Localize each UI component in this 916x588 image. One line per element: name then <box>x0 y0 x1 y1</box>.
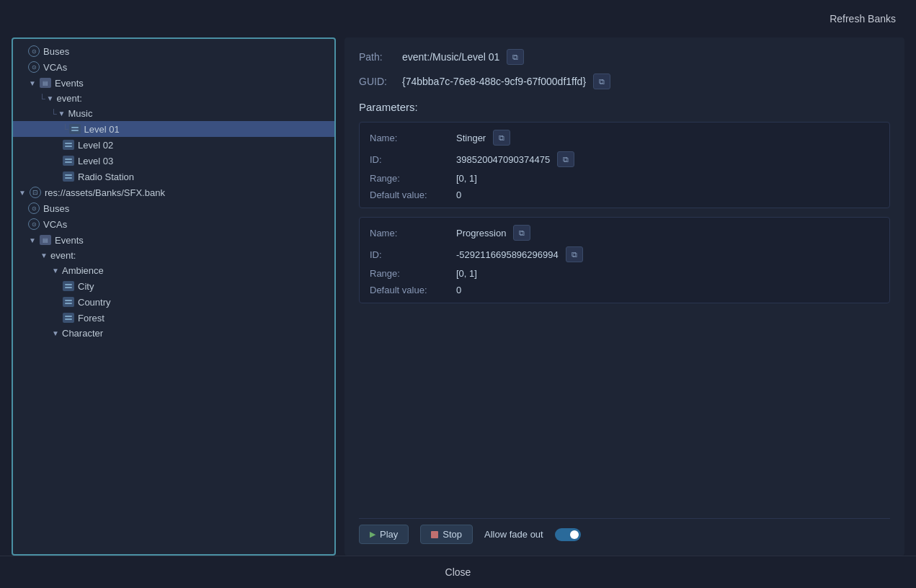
tree-label: Events <box>55 78 84 89</box>
params-title: Parameters: <box>359 101 890 113</box>
sound-icon <box>62 171 75 182</box>
path-row: Path: event:/Music/Level 01 ⧉ <box>359 49 890 65</box>
play-button[interactable]: ▶ Play <box>359 525 409 544</box>
copy-guid-button[interactable]: ⧉ <box>593 74 610 89</box>
toggle-icon: ▼ <box>17 187 27 197</box>
copy-name-1-button[interactable]: ⧉ <box>493 130 510 146</box>
stop-button[interactable]: Stop <box>420 525 473 544</box>
guid-value: {74bbba7c-76e8-488c-9cf9-67f000df1ffd} <box>402 76 586 87</box>
tree-label: Events <box>55 235 84 246</box>
sound-icon <box>62 280 75 292</box>
tree-label: Forest <box>78 313 105 324</box>
param-default-value-1: 0 <box>456 190 461 200</box>
tree-item-level03[interactable]: Level 03 <box>13 153 334 169</box>
param-name-label-2: Name: <box>370 228 449 239</box>
tree-item-vcas-1[interactable]: ⊙ VCAs <box>13 59 334 75</box>
fade-toggle[interactable] <box>555 528 581 541</box>
tree-item-sfx-bank[interactable]: ▼ ⊡ res://assets/Banks/SFX.bank <box>13 184 334 200</box>
param-id-row-2: ID: -5292116695896296994 ⧉ <box>370 246 879 262</box>
param-id-label-1: ID: <box>370 154 449 165</box>
tree-label: Buses <box>43 203 69 214</box>
tree-item-music[interactable]: └ ▼ Music <box>13 106 334 121</box>
sound-icon <box>62 139 75 151</box>
bus-icon: ⊙ <box>27 202 40 214</box>
tree-label: City <box>78 281 94 292</box>
tree-label: Level 01 <box>84 124 120 135</box>
main-content: ⊙ Buses ⊙ VCAs ▼ ▤ Events └ ▼ event: └ <box>0 37 916 556</box>
play-icon: ▶ <box>370 530 375 539</box>
param-id-value-1: 398520047090374475 <box>456 154 550 165</box>
copy-id-1-button[interactable]: ⧉ <box>557 151 574 167</box>
toggle-icon: ▼ <box>27 235 37 245</box>
param-default-label-2: Default value: <box>370 285 449 295</box>
tree-label: Ambience <box>62 265 104 276</box>
bottom-controls: ▶ Play Stop Allow fade out <box>359 518 890 544</box>
tree-label: event: <box>57 93 82 104</box>
vca-icon: ⊙ <box>27 218 40 230</box>
param-id-value-2: -5292116695896296994 <box>456 249 559 260</box>
param-name-value-1: Stinger <box>456 133 486 143</box>
toggle-icon: ▼ <box>50 329 61 339</box>
param-range-row-2: Range: [0, 1] <box>370 268 879 279</box>
tree-item-events-2[interactable]: ▼ ▤ Events <box>13 232 334 248</box>
param-range-row-1: Range: [0, 1] <box>370 173 879 184</box>
param-id-label-2: ID: <box>370 249 449 260</box>
toggle-icon: ▼ <box>27 78 37 88</box>
sound-icon <box>62 296 75 308</box>
detail-panel: Path: event:/Music/Level 01 ⧉ GUID: {74b… <box>344 37 904 556</box>
tree-item-country[interactable]: Country <box>13 294 334 310</box>
tree-item-level02[interactable]: Level 02 <box>13 137 334 153</box>
tree-label: Level 03 <box>78 156 113 166</box>
tree-item-event-2[interactable]: ▼ event: <box>13 248 334 263</box>
param-name-row-2: Name: Progression ⧉ <box>370 225 879 241</box>
fade-label: Allow fade out <box>484 529 543 540</box>
tree-label: Buses <box>43 46 69 57</box>
close-bar: Close <box>0 556 916 588</box>
tree-label: VCAs <box>43 62 67 73</box>
stop-icon <box>431 531 438 538</box>
copy-path-button[interactable]: ⧉ <box>507 49 524 65</box>
path-value: event:/Music/Level 01 <box>402 51 499 63</box>
tree-panel: ⊙ Buses ⊙ VCAs ▼ ▤ Events └ ▼ event: └ <box>12 37 336 556</box>
toggle-icon: ▼ <box>50 266 61 276</box>
tree-item-events-1[interactable]: ▼ ▤ Events <box>13 75 334 91</box>
tree-item-character[interactable]: ▼ Character <box>13 326 334 341</box>
tree-item-buses-2[interactable]: ⊙ Buses <box>13 200 334 216</box>
tree-item-city[interactable]: City <box>13 278 334 294</box>
tree-item-radio-station[interactable]: Radio Station <box>13 169 334 184</box>
guid-label: GUID: <box>359 76 395 87</box>
tree-label: Character <box>62 328 103 339</box>
copy-id-2-button[interactable]: ⧉ <box>566 246 583 262</box>
param-block-2: Name: Progression ⧉ ID: -529211669589629… <box>359 217 890 303</box>
param-range-value-1: [0, 1] <box>456 173 477 184</box>
toggle-icon: ▼ <box>57 109 67 119</box>
tree-label: res://assets/Banks/SFX.bank <box>45 187 165 198</box>
param-id-row-1: ID: 398520047090374475 ⧉ <box>370 151 879 167</box>
param-default-value-2: 0 <box>456 285 461 295</box>
tree-label: Level 02 <box>78 140 113 151</box>
top-bar: Refresh Banks <box>0 0 916 37</box>
sound-icon <box>62 155 75 166</box>
param-range-value-2: [0, 1] <box>456 268 477 279</box>
sound-icon <box>62 312 75 324</box>
play-label: Play <box>380 529 398 540</box>
guid-row: GUID: {74bbba7c-76e8-488c-9cf9-67f000df1… <box>359 74 890 89</box>
refresh-banks-button[interactable]: Refresh Banks <box>824 10 902 27</box>
tree-item-buses-1[interactable]: ⊙ Buses <box>13 43 334 59</box>
vca-icon: ⊙ <box>27 61 40 73</box>
tree-label: Country <box>78 297 111 308</box>
param-name-value-2: Progression <box>456 228 506 239</box>
param-range-label-2: Range: <box>370 268 449 279</box>
close-button[interactable]: Close <box>428 564 489 581</box>
tree-item-event-1[interactable]: └ ▼ event: <box>13 91 334 106</box>
bus-icon: ⊙ <box>27 45 40 57</box>
tree-label: Radio Station <box>78 172 134 182</box>
tree-item-vcas-2[interactable]: ⊙ VCAs <box>13 216 334 232</box>
tree-item-ambience[interactable]: ▼ Ambience <box>13 263 334 278</box>
tree-item-level01[interactable]: └ Level 01 <box>13 121 334 137</box>
tree-item-forest[interactable]: Forest <box>13 310 334 326</box>
connector: └ <box>50 109 57 119</box>
copy-name-2-button[interactable]: ⧉ <box>513 225 530 241</box>
tree-label: Music <box>68 108 93 119</box>
connector: └ <box>62 124 68 134</box>
